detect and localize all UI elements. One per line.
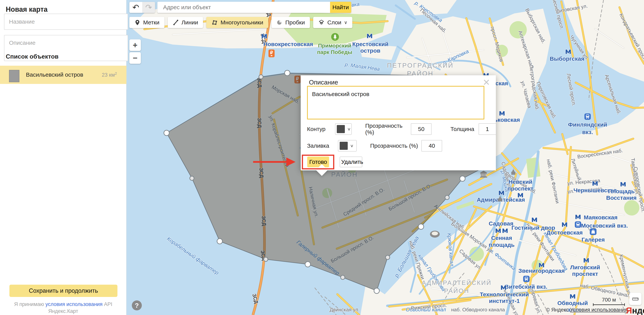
close-icon[interactable]: ✕ [482,78,490,87]
sidebar: Новая карта Список объектов Васильевский… [0,0,126,315]
tool-lines-label: Линии [182,19,198,26]
fill-opacity-label: Прозрачность (%) [370,143,418,149]
ruler-button[interactable] [629,293,642,305]
map-constructor-app: Средняя Невкар. КрестовкаМалая Невкар. М… [0,0,644,315]
tool-lines[interactable]: Линии [168,17,203,28]
polygon-vertex[interactable] [386,255,390,259]
scale-value: 700 м [602,297,616,303]
yandex-logo: Яндекс [626,306,644,315]
map-name-input[interactable] [4,14,128,30]
polygon-vertex[interactable] [284,70,290,76]
line-icon [173,20,179,26]
traffic-icon [276,20,283,26]
page-title: Новая карта [6,5,126,14]
polygon-vertex[interactable] [264,257,268,261]
map-scale: 700 м [593,297,625,306]
search-button[interactable]: Найти [330,2,351,13]
thickness-input[interactable] [478,123,496,135]
fill-label: Заливка [307,143,332,149]
tool-traffic[interactable]: Пробки [272,17,310,28]
fill-opacity-input[interactable] [422,140,442,152]
tool-polygons[interactable]: Многоугольники [206,17,268,28]
polygon-vertex[interactable] [164,130,169,136]
terms-text: Я принимаю условия использования API Янд… [0,301,126,314]
thickness-label: Толщина [450,126,474,132]
save-and-continue-button[interactable]: Сохранить и продолжить [10,285,118,297]
polygon-vertex[interactable] [340,275,345,279]
tool-polygons-label: Многоугольники [220,19,263,26]
dialog-title: Описание [309,79,338,86]
object-area: 23 км2 [102,72,117,78]
search-input[interactable] [157,4,330,11]
polygon-vertex[interactable] [374,288,380,293]
chevron-down-icon: ∨ [350,143,354,148]
zoom-in-button[interactable]: + [129,39,141,51]
pin-icon [134,20,140,26]
description-textarea[interactable]: Васильевский остров [307,86,484,119]
zoom-controls: + − [129,39,141,65]
scale-bar [593,303,625,306]
polygon-vertex[interactable] [305,262,310,267]
object-list-item[interactable]: Васильевский остров 23 км2 [0,66,126,84]
map-attribution: © Яндекс Условия использования [546,307,628,313]
outline-color-swatch [337,125,345,133]
layers-icon [318,19,325,26]
delete-button[interactable]: Удалить [340,157,362,167]
tool-layers[interactable]: Слои ∨ [313,17,352,28]
tool-markers-label: Метки [143,19,160,26]
tool-markers[interactable]: Метки [129,17,164,28]
outline-opacity-input[interactable] [411,123,432,135]
polygon-vertex[interactable] [445,195,449,200]
fill-color-swatch [340,142,348,150]
drawing-toolbar: Метки Линии Многоугольники Пробки Слои ∨ [129,17,352,28]
polygon-icon [211,19,218,26]
outline-opacity-label: Прозрачность (%) [365,123,408,136]
ruler-icon [632,295,639,303]
polygon-properties-dialog: Описание ✕ Васильевский остров Контур ∨ … [301,75,496,170]
zoom-out-button[interactable]: − [129,52,141,64]
polygon-vertex[interactable] [190,176,194,180]
chevron-down-icon: ∨ [344,20,348,25]
object-color-swatch [9,70,20,82]
outline-color-dropdown[interactable]: ∨ [335,123,352,135]
search-bar: Найти [157,2,351,13]
copyright-text: © Яндекс [546,307,570,313]
polygon-vertex[interactable] [217,238,222,244]
terms-link[interactable]: условия использования [46,301,103,307]
fill-color-dropdown[interactable]: ∨ [338,140,357,152]
objects-list-heading: Список объектов [6,53,58,60]
polygon-vertex[interactable] [418,224,424,229]
polygon-vertex[interactable] [259,75,263,79]
redo-button[interactable]: ↷ [142,2,155,13]
done-button[interactable]: Готово [307,157,329,167]
object-name: Васильевский остров [26,72,83,78]
help-button[interactable]: ? [132,300,142,310]
outline-label: Контур [307,126,328,132]
terms-of-use-link[interactable]: Условия использования [570,307,628,313]
chevron-down-icon: ∨ [347,127,351,132]
tool-layers-label: Слои [327,19,342,26]
undo-button[interactable]: ↶ [129,2,142,13]
polygon-vertex[interactable] [460,176,465,181]
tool-traffic-label: Пробки [285,19,305,26]
undo-redo-group: ↶ ↷ [129,2,155,13]
